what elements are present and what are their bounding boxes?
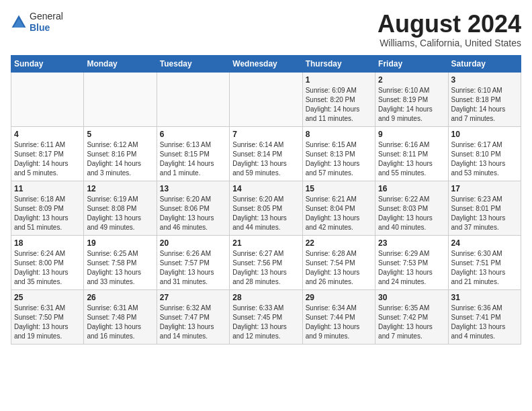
page: General Blue August 2024 Williams, Calif…	[0, 0, 532, 411]
day-info: Sunrise: 6:23 AM Sunset: 8:01 PM Dayligh…	[451, 195, 518, 232]
day-number: 18	[14, 238, 81, 248]
day-header-tuesday: Tuesday	[157, 55, 229, 72]
calendar-cell: 11Sunrise: 6:18 AM Sunset: 8:09 PM Dayli…	[11, 181, 84, 235]
day-header-friday: Friday	[375, 55, 448, 72]
day-number: 9	[378, 130, 445, 139]
calendar-cell: 14Sunrise: 6:20 AM Sunset: 8:05 PM Dayli…	[230, 181, 302, 235]
calendar-cell: 23Sunrise: 6:29 AM Sunset: 7:53 PM Dayli…	[375, 235, 448, 289]
day-info: Sunrise: 6:25 AM Sunset: 7:58 PM Dayligh…	[87, 249, 153, 287]
calendar-week-2: 4Sunrise: 6:11 AM Sunset: 8:17 PM Daylig…	[11, 126, 521, 181]
day-number: 5	[87, 130, 153, 139]
day-info: Sunrise: 6:29 AM Sunset: 7:53 PM Dayligh…	[378, 249, 445, 287]
day-info: Sunrise: 6:28 AM Sunset: 7:54 PM Dayligh…	[306, 249, 372, 287]
month-title: August 2024	[378, 11, 521, 38]
calendar-cell: 22Sunrise: 6:28 AM Sunset: 7:54 PM Dayli…	[302, 235, 375, 289]
calendar-cell: 27Sunrise: 6:32 AM Sunset: 7:47 PM Dayli…	[157, 289, 229, 344]
calendar-cell: 5Sunrise: 6:12 AM Sunset: 8:16 PM Daylig…	[84, 126, 157, 181]
calendar-cell: 31Sunrise: 6:36 AM Sunset: 7:41 PM Dayli…	[448, 289, 521, 344]
calendar-cell: 21Sunrise: 6:27 AM Sunset: 7:56 PM Dayli…	[230, 235, 302, 289]
calendar-cell: 7Sunrise: 6:14 AM Sunset: 8:14 PM Daylig…	[230, 126, 302, 181]
calendar-cell: 6Sunrise: 6:13 AM Sunset: 8:15 PM Daylig…	[157, 126, 229, 181]
day-number: 25	[14, 293, 81, 302]
day-info: Sunrise: 6:27 AM Sunset: 7:56 PM Dayligh…	[232, 249, 299, 287]
day-number: 15	[306, 184, 372, 193]
calendar-cell	[230, 72, 302, 126]
day-number: 8	[306, 130, 372, 139]
calendar-week-4: 18Sunrise: 6:24 AM Sunset: 8:00 PM Dayli…	[11, 235, 521, 289]
day-number: 16	[378, 184, 445, 193]
calendar-cell: 20Sunrise: 6:26 AM Sunset: 7:57 PM Dayli…	[157, 235, 229, 289]
header: General Blue August 2024 Williams, Calif…	[11, 11, 521, 48]
day-number: 23	[378, 238, 445, 248]
calendar-cell: 25Sunrise: 6:31 AM Sunset: 7:50 PM Dayli…	[11, 289, 84, 344]
calendar-cell: 16Sunrise: 6:22 AM Sunset: 8:03 PM Dayli…	[375, 181, 448, 235]
day-info: Sunrise: 6:10 AM Sunset: 8:18 PM Dayligh…	[451, 86, 518, 124]
day-number: 17	[451, 184, 518, 193]
day-number: 22	[306, 238, 372, 248]
logo: General Blue	[11, 11, 63, 34]
day-number: 13	[160, 184, 226, 193]
title-block: August 2024 Williams, California, United…	[378, 11, 521, 48]
day-number: 7	[232, 130, 299, 139]
calendar-cell: 9Sunrise: 6:16 AM Sunset: 8:11 PM Daylig…	[375, 126, 448, 181]
day-info: Sunrise: 6:10 AM Sunset: 8:19 PM Dayligh…	[378, 86, 445, 124]
calendar-cell	[11, 72, 84, 126]
day-info: Sunrise: 6:33 AM Sunset: 7:45 PM Dayligh…	[232, 304, 299, 341]
calendar-cell: 29Sunrise: 6:34 AM Sunset: 7:44 PM Dayli…	[302, 289, 375, 344]
day-info: Sunrise: 6:18 AM Sunset: 8:09 PM Dayligh…	[14, 195, 81, 232]
day-header-saturday: Saturday	[448, 55, 521, 72]
calendar-week-5: 25Sunrise: 6:31 AM Sunset: 7:50 PM Dayli…	[11, 289, 521, 344]
calendar-cell	[157, 72, 229, 126]
calendar-cell: 10Sunrise: 6:17 AM Sunset: 8:10 PM Dayli…	[448, 126, 521, 181]
calendar-cell: 15Sunrise: 6:21 AM Sunset: 8:04 PM Dayli…	[302, 181, 375, 235]
day-header-sunday: Sunday	[11, 55, 84, 72]
calendar-week-1: 1Sunrise: 6:09 AM Sunset: 8:20 PM Daylig…	[11, 72, 521, 126]
day-info: Sunrise: 6:15 AM Sunset: 8:13 PM Dayligh…	[306, 140, 372, 178]
day-number: 21	[232, 238, 299, 248]
day-number: 27	[160, 293, 226, 302]
day-header-wednesday: Wednesday	[230, 55, 302, 72]
logo-icon	[11, 14, 27, 30]
day-header-thursday: Thursday	[302, 55, 375, 72]
day-number: 31	[451, 293, 518, 302]
logo-blue: Blue	[30, 22, 63, 34]
location: Williams, California, United States	[378, 38, 521, 48]
day-number: 3	[451, 75, 518, 85]
day-number: 20	[160, 238, 226, 248]
calendar-cell: 12Sunrise: 6:19 AM Sunset: 8:08 PM Dayli…	[84, 181, 157, 235]
day-info: Sunrise: 6:12 AM Sunset: 8:16 PM Dayligh…	[87, 140, 153, 178]
day-number: 26	[87, 293, 153, 302]
calendar-cell: 18Sunrise: 6:24 AM Sunset: 8:00 PM Dayli…	[11, 235, 84, 289]
calendar-cell: 28Sunrise: 6:33 AM Sunset: 7:45 PM Dayli…	[230, 289, 302, 344]
calendar-cell: 8Sunrise: 6:15 AM Sunset: 8:13 PM Daylig…	[302, 126, 375, 181]
day-info: Sunrise: 6:11 AM Sunset: 8:17 PM Dayligh…	[14, 140, 81, 178]
day-info: Sunrise: 6:30 AM Sunset: 7:51 PM Dayligh…	[451, 249, 518, 287]
calendar-header-row: SundayMondayTuesdayWednesdayThursdayFrid…	[11, 55, 521, 72]
day-header-monday: Monday	[84, 55, 157, 72]
logo-general: General	[30, 11, 63, 22]
logo-text: General Blue	[30, 11, 63, 34]
calendar-cell: 30Sunrise: 6:35 AM Sunset: 7:42 PM Dayli…	[375, 289, 448, 344]
day-number: 30	[378, 293, 445, 302]
calendar-cell	[84, 72, 157, 126]
calendar-cell: 2Sunrise: 6:10 AM Sunset: 8:19 PM Daylig…	[375, 72, 448, 126]
day-number: 12	[87, 184, 153, 193]
day-number: 1	[306, 75, 372, 85]
day-number: 24	[451, 238, 518, 248]
day-info: Sunrise: 6:19 AM Sunset: 8:08 PM Dayligh…	[87, 195, 153, 232]
calendar-week-3: 11Sunrise: 6:18 AM Sunset: 8:09 PM Dayli…	[11, 181, 521, 235]
day-number: 19	[87, 238, 153, 248]
calendar-cell: 13Sunrise: 6:20 AM Sunset: 8:06 PM Dayli…	[157, 181, 229, 235]
day-info: Sunrise: 6:31 AM Sunset: 7:50 PM Dayligh…	[14, 304, 81, 341]
calendar-cell: 19Sunrise: 6:25 AM Sunset: 7:58 PM Dayli…	[84, 235, 157, 289]
day-number: 2	[378, 75, 445, 85]
day-info: Sunrise: 6:26 AM Sunset: 7:57 PM Dayligh…	[160, 249, 226, 287]
day-number: 4	[14, 130, 81, 139]
day-info: Sunrise: 6:16 AM Sunset: 8:11 PM Dayligh…	[378, 140, 445, 178]
day-number: 28	[232, 293, 299, 302]
calendar-cell: 17Sunrise: 6:23 AM Sunset: 8:01 PM Dayli…	[448, 181, 521, 235]
day-number: 6	[160, 130, 226, 139]
day-info: Sunrise: 6:20 AM Sunset: 8:05 PM Dayligh…	[232, 195, 299, 232]
calendar-cell: 26Sunrise: 6:31 AM Sunset: 7:48 PM Dayli…	[84, 289, 157, 344]
day-info: Sunrise: 6:20 AM Sunset: 8:06 PM Dayligh…	[160, 195, 226, 232]
